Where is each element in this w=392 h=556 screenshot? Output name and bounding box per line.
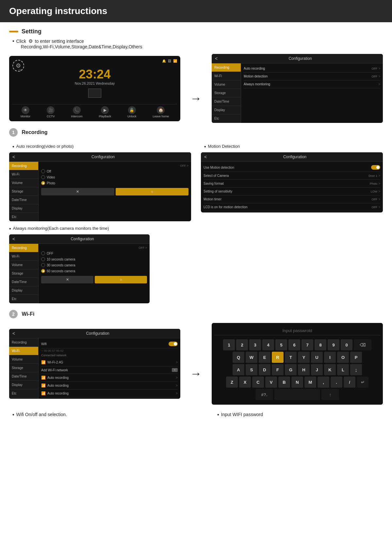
confirm-btn[interactable]: ○ (116, 188, 189, 195)
icon-intercom[interactable]: 📞 Intercom (71, 106, 82, 118)
key-Q[interactable]: Q (233, 352, 244, 363)
key-8[interactable]: 8 (315, 339, 326, 350)
ar-sidebar-volume[interactable]: Volume (9, 179, 38, 187)
icon-unlock[interactable]: 🔓 Unlock (127, 106, 137, 118)
key-P[interactable]: P (350, 352, 362, 363)
key-L[interactable]: L (337, 364, 349, 375)
ws-sidebar-recording[interactable]: Recording (9, 338, 38, 347)
sidebar-storage[interactable]: Storage (212, 89, 241, 97)
am-cancel-btn[interactable]: ✕ (41, 276, 93, 283)
key-Z[interactable]: Z (226, 377, 238, 388)
wifi-toggle-switch[interactable] (169, 342, 178, 346)
wifi-auto3[interactable]: 📶Auto recording > (41, 390, 178, 397)
key-R[interactable]: R (272, 352, 284, 363)
key-W[interactable]: W (246, 352, 257, 363)
am-sidebar-etc[interactable]: Etc (9, 295, 38, 303)
radio-am-30[interactable]: 30 seconds camera (41, 262, 147, 268)
sidebar-etc[interactable]: Etc (212, 114, 241, 123)
key-up[interactable]: ↑ (321, 389, 339, 400)
wifi-add-btn[interactable]: + (172, 368, 178, 372)
key-enter[interactable]: ↵ (357, 377, 368, 388)
am-sidebar-datetime[interactable]: Date/Time (9, 278, 38, 286)
key-K[interactable]: K (324, 364, 336, 375)
key-semicolon[interactable]: ; (350, 364, 362, 375)
key-G[interactable]: G (285, 364, 297, 375)
icon-monitor[interactable]: 👁 Monitor (21, 106, 30, 118)
key-M[interactable]: M (304, 377, 316, 388)
key-X[interactable]: X (239, 377, 251, 388)
key-comma[interactable]: , (318, 377, 329, 388)
key-period[interactable]: . (331, 377, 342, 388)
key-D[interactable]: D (259, 364, 270, 375)
radio-off[interactable]: Off (41, 168, 188, 174)
sidebar-volume[interactable]: Volume (212, 80, 241, 89)
key-H[interactable]: H (298, 364, 310, 375)
radio-photo[interactable]: Photo (41, 180, 188, 186)
am-sidebar-wifi[interactable]: Wi-Fi (9, 252, 38, 261)
sidebar-display[interactable]: Display (212, 106, 241, 114)
key-S[interactable]: S (246, 364, 257, 375)
cancel-btn[interactable]: ✕ (41, 188, 114, 195)
sidebar-wifi[interactable]: Wi-Fi (212, 72, 241, 80)
key-E[interactable]: E (259, 352, 270, 363)
radio-am-60[interactable]: 60 seconds camera (41, 268, 147, 274)
password-field[interactable]: Input passwrold (214, 326, 380, 335)
key-0[interactable]: 0 (341, 339, 352, 350)
key-1[interactable]: 1 (223, 339, 235, 350)
key-9[interactable]: 9 (328, 339, 339, 350)
am-sidebar-display[interactable]: Display (9, 286, 38, 295)
key-3[interactable]: 3 (249, 339, 261, 350)
md-back-arrow[interactable]: < (204, 154, 207, 160)
key-V[interactable]: V (265, 377, 277, 388)
key-special[interactable]: #?. (255, 389, 273, 400)
back-arrow-icon[interactable]: < (215, 56, 218, 61)
sidebar-datetime[interactable]: Date/Time (212, 97, 241, 106)
ar-sidebar-recording[interactable]: Recording (9, 162, 38, 170)
key-Y[interactable]: Y (298, 352, 310, 363)
key-I[interactable]: I (324, 352, 336, 363)
key-J[interactable]: J (311, 364, 323, 375)
key-T[interactable]: T (285, 352, 297, 363)
am-back-arrow[interactable]: < (12, 236, 15, 242)
key-F[interactable]: F (272, 364, 284, 375)
key-N[interactable]: N (291, 377, 303, 388)
key-slash[interactable]: / (344, 377, 355, 388)
ar-sidebar-datetime[interactable]: Date/Time (9, 196, 38, 204)
radio-video[interactable]: Video (41, 174, 188, 180)
ar-back-arrow[interactable]: < (12, 154, 15, 160)
ws-sidebar-volume[interactable]: Volume (9, 355, 38, 364)
icon-cctv[interactable]: 🎥 CCTV (47, 106, 55, 118)
wifi-auto2[interactable]: 📶Auto recording > (41, 382, 178, 390)
sidebar-recording[interactable]: Recording (212, 63, 241, 72)
ws-sidebar-datetime[interactable]: Date/Time (9, 372, 38, 381)
am-sidebar-recording[interactable]: Recording (9, 244, 38, 252)
wifi-back-arrow[interactable]: < (12, 331, 15, 336)
radio-am-off[interactable]: OFF (41, 250, 147, 256)
ar-sidebar-display[interactable]: Display (9, 204, 38, 213)
key-space[interactable] (274, 389, 320, 400)
key-4[interactable]: 4 (262, 339, 274, 350)
ws-sidebar-etc[interactable]: Etc (9, 389, 38, 398)
wifi-auto1[interactable]: 📶Auto recording > (41, 374, 178, 382)
key-A[interactable]: A (233, 364, 244, 375)
key-B[interactable]: B (278, 377, 290, 388)
key-6[interactable]: 6 (288, 339, 300, 350)
key-5[interactable]: 5 (275, 339, 287, 350)
ws-sidebar-display[interactable]: Display (9, 381, 38, 389)
ws-sidebar-wifi[interactable]: Wi-Fi (9, 347, 38, 355)
am-confirm-btn[interactable]: ○ (95, 276, 147, 283)
am-sidebar-volume[interactable]: Volume (9, 261, 38, 269)
ar-sidebar-etc[interactable]: Etc (9, 213, 38, 221)
icon-leave-home[interactable]: 🏠 Leave home (153, 106, 169, 118)
radio-am-10[interactable]: 10 seconds camera (41, 256, 147, 262)
wifi-add-item[interactable]: Add Wi-Fi network + (41, 366, 178, 374)
key-2[interactable]: 2 (236, 339, 248, 350)
am-sidebar-storage[interactable]: Storage (9, 269, 38, 278)
key-backspace[interactable]: ⌫ (354, 339, 371, 350)
key-7[interactable]: 7 (302, 339, 313, 350)
key-O[interactable]: O (337, 352, 349, 363)
wifi-24g-item[interactable]: 📶Wi-Fi-2.4G > (41, 359, 178, 366)
icon-playback[interactable]: ▶ PlayBack (99, 106, 111, 118)
key-C[interactable]: C (252, 377, 264, 388)
ws-sidebar-storage[interactable]: Storage (9, 364, 38, 372)
